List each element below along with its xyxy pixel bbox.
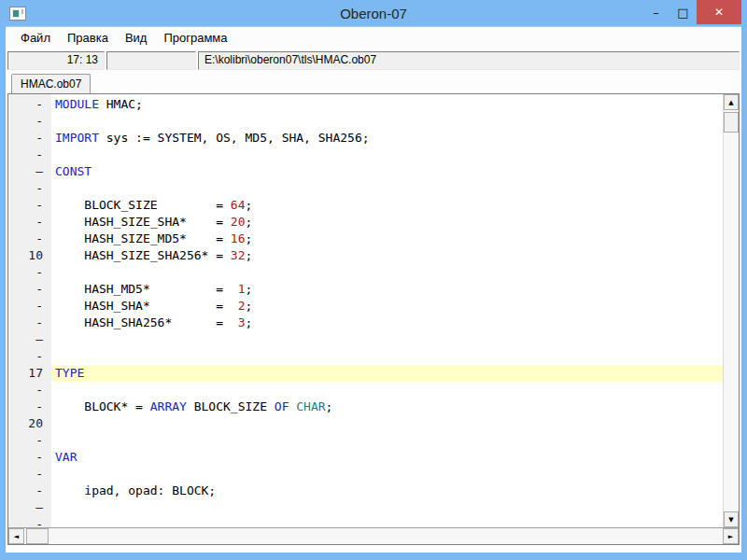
code-segment-pl: HASH_SHA* = <box>55 299 238 313</box>
menu-item-program[interactable]: Программа <box>155 28 235 48</box>
code-segment-num: 20 <box>231 215 246 229</box>
code-segment-pl: HMAC; <box>99 97 143 111</box>
code-segment-kw: CONST <box>55 164 92 178</box>
code-line[interactable]: MODULE HMAC; <box>51 96 723 113</box>
maximize-icon: □ <box>677 6 688 20</box>
scroll-left-icon: ◄ <box>14 533 19 540</box>
gutter-marker: - <box>8 483 43 499</box>
code-segment-kw: VAR <box>55 450 77 464</box>
app-window: Oberon-07 – □ ✕ ФайлПравкаВидПрограмма 1… <box>0 0 747 560</box>
gutter-marker: - <box>8 113 43 130</box>
gutter-marker: - <box>8 96 43 113</box>
code-segment-kw: MODULE <box>55 97 99 111</box>
scroll-up-icon: ▲ <box>728 99 733 106</box>
tab-hmac-ob07[interactable]: HMAC.ob07 <box>11 74 91 93</box>
scroll-down-button[interactable]: ▼ <box>724 511 739 527</box>
gutter-marker: - <box>8 180 43 197</box>
gutter-marker: - <box>8 281 43 298</box>
code-line[interactable]: HASH_MD5* = 1; <box>51 281 723 298</box>
code-segment-pl: BLOCK* = <box>55 399 150 413</box>
code-line[interactable] <box>51 432 723 449</box>
vertical-scrollbar[interactable]: ▲ ▼ <box>723 94 739 527</box>
gutter: ----—----10----—-17--20----—- <box>8 94 51 527</box>
gutter-marker: - <box>8 231 43 247</box>
gutter-marker: - <box>8 466 43 483</box>
scroll-right-button[interactable]: ► <box>723 528 739 544</box>
scroll-up-button[interactable]: ▲ <box>724 94 739 110</box>
code-line[interactable] <box>51 499 723 516</box>
code-line[interactable]: HASH_SHA256* = 3; <box>51 315 723 331</box>
status-toolbar: 17: 13 E:\kolibri\oberon07\tls\HMAC.ob07 <box>6 49 741 73</box>
code-segment-pl: ; <box>246 231 253 245</box>
code-segment-pl: HASH_SIZE_SHA* = <box>55 215 231 229</box>
titlebar[interactable]: Oberon-07 – □ ✕ <box>6 0 741 26</box>
code-line[interactable] <box>51 264 723 281</box>
code-line[interactable] <box>51 415 723 432</box>
code-segment-pl: ; <box>246 299 253 313</box>
cursor-position-panel: 17: 13 <box>7 51 105 70</box>
code-line[interactable]: CONST <box>51 163 723 180</box>
horizontal-scrollbar-thumb[interactable] <box>26 528 49 544</box>
menu-item-file[interactable]: Файл <box>12 28 59 48</box>
code-segment-kw: TYPE <box>55 366 84 380</box>
code-line[interactable] <box>51 466 723 483</box>
code-area[interactable]: MODULE HMAC;IMPORT sys := SYSTEM, OS, MD… <box>51 94 723 527</box>
code-segment-kw: ARRAY <box>150 399 187 413</box>
menu-item-edit[interactable]: Правка <box>59 28 117 48</box>
code-segment-pl: ; <box>246 282 253 296</box>
tab-bar: HMAC.ob07 <box>6 73 741 93</box>
code-segment-kw: IMPORT <box>55 131 99 145</box>
horizontal-scrollbar[interactable]: ◄ ► <box>8 527 739 544</box>
vertical-scrollbar-thumb[interactable] <box>724 112 739 133</box>
code-segment-num: 2 <box>238 299 246 313</box>
code-segment-pl: HASH_SIZE_SHA256* = <box>55 248 231 262</box>
code-line[interactable] <box>51 348 723 365</box>
code-line[interactable] <box>51 382 723 399</box>
code-line[interactable] <box>51 331 723 348</box>
code-segment-ty: CHAR <box>296 399 325 413</box>
gutter-marker: 20 <box>8 415 43 432</box>
gutter-marker: — <box>8 163 43 180</box>
menu-item-view[interactable]: Вид <box>117 28 156 48</box>
scroll-right-icon: ► <box>728 533 733 540</box>
code-line[interactable]: BLOCK* = ARRAY BLOCK_SIZE OF CHAR; <box>51 399 723 415</box>
gutter-marker: 10 <box>8 247 43 264</box>
horizontal-scrollbar-track[interactable] <box>49 528 723 544</box>
maximize-button[interactable]: □ <box>669 0 697 24</box>
editor-body: ----—----10----—-17--20----—- MODULE HMA… <box>8 94 739 527</box>
code-segment-pl: HASH_MD5* = <box>55 282 238 296</box>
window-title: Oberon-07 <box>6 6 741 21</box>
code-segment-kw: OF <box>275 399 289 413</box>
code-line[interactable]: ipad, opad: BLOCK; <box>51 483 723 499</box>
code-line[interactable]: VAR <box>51 449 723 466</box>
code-line-current[interactable]: TYPE <box>51 365 723 382</box>
code-line[interactable]: BLOCK_SIZE = 64; <box>51 197 723 214</box>
gutter-marker: - <box>8 382 43 399</box>
code-line[interactable]: HASH_SHA* = 2; <box>51 298 723 315</box>
code-line[interactable] <box>51 516 723 527</box>
client-area: ФайлПравкаВидПрограмма 17: 13 E:\kolibri… <box>6 26 741 553</box>
scroll-left-button[interactable]: ◄ <box>8 528 24 544</box>
code-segment-pl: ; <box>246 198 253 212</box>
code-line[interactable]: IMPORT sys := SYSTEM, OS, MD5, SHA, SHA2… <box>51 130 723 147</box>
app-icon[interactable] <box>9 7 26 21</box>
vertical-scrollbar-track[interactable] <box>724 133 739 511</box>
gutter-marker: 17 <box>8 365 43 382</box>
code-line[interactable]: HASH_SIZE_SHA* = 20; <box>51 214 723 231</box>
code-segment-num: 64 <box>231 198 246 212</box>
code-line[interactable]: HASH_SIZE_MD5* = 16; <box>51 231 723 247</box>
status-middle-panel <box>106 51 196 70</box>
minimize-button[interactable]: – <box>642 0 669 24</box>
close-button[interactable]: ✕ <box>697 0 741 24</box>
code-line[interactable] <box>51 113 723 130</box>
code-line[interactable] <box>51 180 723 197</box>
gutter-marker: - <box>8 130 43 147</box>
code-line[interactable]: HASH_SIZE_SHA256* = 32; <box>51 247 723 264</box>
code-segment-num: 16 <box>231 231 246 245</box>
gutter-marker: - <box>8 214 43 231</box>
code-segment-pl: ipad, opad: BLOCK; <box>55 483 216 497</box>
code-line[interactable] <box>51 147 723 163</box>
code-segment-pl: ; <box>246 315 253 329</box>
code-segment-num: 3 <box>238 315 246 329</box>
file-path-panel: E:\kolibri\oberon07\tls\HMAC.ob07 <box>198 51 740 70</box>
